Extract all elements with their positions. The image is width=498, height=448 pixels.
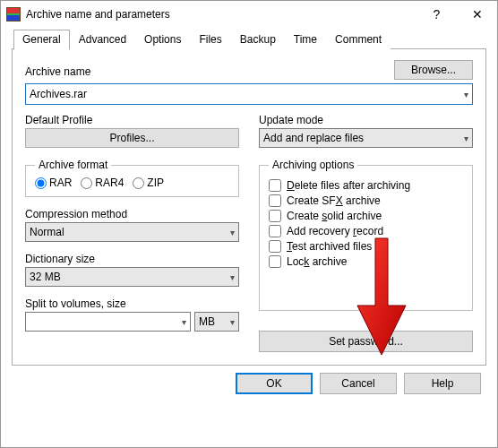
cancel-button[interactable]: Cancel <box>320 373 397 394</box>
compression-select[interactable]: Normal ▾ <box>25 222 239 242</box>
profiles-button[interactable]: Profiles... <box>25 128 239 148</box>
opt-test[interactable]: Test archived files <box>269 240 463 253</box>
general-panel: Archive name Browse... Archives.rar ▾ De… <box>12 49 486 366</box>
help-button[interactable]: ? <box>416 1 457 28</box>
archive-format-group: Archive format RAR RAR4 ZIP <box>25 159 239 197</box>
opt-recovery[interactable]: Add recovery record <box>269 225 463 237</box>
split-size-input[interactable]: ▾ <box>25 312 191 332</box>
tab-options[interactable]: Options <box>135 30 190 49</box>
help-footer-button[interactable]: Help <box>404 373 481 394</box>
archive-format-legend: Archive format <box>35 159 111 171</box>
chevron-down-icon: ▾ <box>464 90 468 99</box>
default-profile-label: Default Profile <box>25 114 239 126</box>
tab-time[interactable]: Time <box>285 30 326 49</box>
chevron-down-icon: ▾ <box>230 228 235 237</box>
ok-button[interactable]: OK <box>236 373 313 394</box>
archiving-options-group: Archiving options Delete files after arc… <box>259 159 473 311</box>
compression-label: Compression method <box>25 208 239 220</box>
dialog-buttons: OK Cancel Help <box>1 373 497 407</box>
set-password-button[interactable]: Set password... <box>259 331 473 352</box>
chevron-down-icon: ▾ <box>182 317 186 327</box>
opt-lock[interactable]: Lock archive <box>269 255 463 268</box>
split-label: Split to volumes, size <box>25 297 239 310</box>
tab-general[interactable]: General <box>13 30 70 50</box>
archive-name-value: Archives.rar <box>30 88 87 100</box>
format-rar4[interactable]: RAR4 <box>81 177 124 189</box>
dictionary-select[interactable]: 32 MB ▾ <box>25 267 239 287</box>
update-mode-label: Update mode <box>259 114 473 126</box>
split-unit-select[interactable]: MB ▾ <box>194 312 239 332</box>
app-icon <box>6 7 21 22</box>
tab-files[interactable]: Files <box>190 30 230 49</box>
update-mode-select[interactable]: Add and replace files ▾ <box>259 128 473 148</box>
format-zip[interactable]: ZIP <box>133 177 164 189</box>
tab-backup[interactable]: Backup <box>231 30 285 49</box>
tab-advanced[interactable]: Advanced <box>70 30 135 49</box>
title-bar: Archive name and parameters ? ✕ <box>1 1 497 28</box>
archive-name-label: Archive name <box>25 65 90 78</box>
chevron-down-icon: ▾ <box>464 134 468 143</box>
window-title: Archive name and parameters <box>26 8 416 21</box>
chevron-down-icon: ▾ <box>230 317 235 327</box>
tab-strip: General Advanced Options Files Backup Ti… <box>1 30 497 49</box>
archiving-options-legend: Archiving options <box>269 159 357 171</box>
format-rar[interactable]: RAR <box>35 177 72 189</box>
archive-name-input[interactable]: Archives.rar ▾ <box>25 83 473 105</box>
dictionary-label: Dictionary size <box>25 253 239 265</box>
opt-sfx[interactable]: Create SFX archive <box>269 194 463 207</box>
left-column: Default Profile Profiles... Archive form… <box>25 114 239 352</box>
right-column: Update mode Add and replace files ▾ Arch… <box>259 114 473 352</box>
browse-button[interactable]: Browse... <box>394 60 473 80</box>
opt-solid[interactable]: Create solid archive <box>269 210 463 222</box>
tab-comment[interactable]: Comment <box>326 30 391 49</box>
close-button[interactable]: ✕ <box>457 1 497 28</box>
chevron-down-icon: ▾ <box>230 272 235 282</box>
opt-delete-after[interactable]: Delete files after archiving <box>269 179 463 192</box>
